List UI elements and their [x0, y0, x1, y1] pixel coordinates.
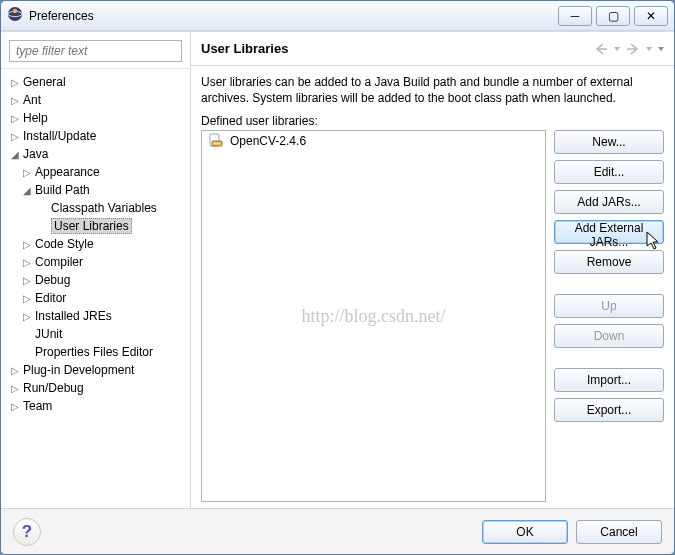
- tree-item-user-libraries[interactable]: User Libraries: [7, 217, 190, 235]
- add-external-jars-button[interactable]: Add External JARs...: [554, 220, 664, 244]
- expand-icon[interactable]: ▷: [21, 311, 33, 322]
- import-button[interactable]: Import...: [554, 368, 664, 392]
- page-title: User Libraries: [201, 41, 594, 56]
- tree-item-general[interactable]: ▷General: [7, 73, 190, 91]
- edit-button[interactable]: Edit...: [554, 160, 664, 184]
- export-button[interactable]: Export...: [554, 398, 664, 422]
- expand-icon[interactable]: ▷: [9, 131, 21, 142]
- tree-item-java-installed-jres[interactable]: ▷Installed JREs: [7, 307, 190, 325]
- expand-icon[interactable]: ▷: [21, 293, 33, 304]
- tree-item-java-propfiles[interactable]: Properties Files Editor: [7, 343, 190, 361]
- preferences-tree[interactable]: ▷General ▷Ant ▷Help ▷Install/Update ◢Jav…: [1, 69, 190, 508]
- defined-libraries-list[interactable]: OpenCV-2.4.6 http://blog.csdn.net/: [201, 130, 546, 502]
- expand-icon[interactable]: ▷: [9, 95, 21, 106]
- expand-icon[interactable]: ▷: [9, 113, 21, 124]
- expand-icon[interactable]: ▷: [21, 239, 33, 250]
- view-menu-icon[interactable]: [658, 43, 664, 55]
- expand-icon[interactable]: ▷: [21, 257, 33, 268]
- tree-item-java-appearance[interactable]: ▷Appearance: [7, 163, 190, 181]
- page-description: User libraries can be added to a Java Bu…: [201, 74, 664, 106]
- tree-item-java-compiler[interactable]: ▷Compiler: [7, 253, 190, 271]
- minimize-button[interactable]: ─: [558, 6, 592, 26]
- down-button[interactable]: Down: [554, 324, 664, 348]
- tree-item-java-debug[interactable]: ▷Debug: [7, 271, 190, 289]
- main-panel: User Libraries User libraries can be add…: [191, 32, 674, 508]
- expand-icon[interactable]: ▷: [9, 77, 21, 88]
- add-jars-button[interactable]: Add JARs...: [554, 190, 664, 214]
- expand-icon[interactable]: ▷: [21, 167, 33, 178]
- library-icon: [208, 132, 224, 151]
- watermark-text: http://blog.csdn.net/: [302, 306, 446, 327]
- tree-item-plugin-dev[interactable]: ▷Plug-in Development: [7, 361, 190, 379]
- expand-icon[interactable]: ▷: [9, 365, 21, 376]
- filter-input[interactable]: [9, 40, 182, 62]
- list-item-label: OpenCV-2.4.6: [230, 134, 306, 148]
- tree-item-java-junit[interactable]: JUnit: [7, 325, 190, 343]
- tree-item-classpath-variables[interactable]: Classpath Variables: [7, 199, 190, 217]
- preferences-tree-panel: ▷General ▷Ant ▷Help ▷Install/Update ◢Jav…: [1, 32, 191, 508]
- maximize-button[interactable]: ▢: [596, 6, 630, 26]
- tree-item-ant[interactable]: ▷Ant: [7, 91, 190, 109]
- tree-item-run-debug[interactable]: ▷Run/Debug: [7, 379, 190, 397]
- tree-item-java-editor[interactable]: ▷Editor: [7, 289, 190, 307]
- svg-point-2: [13, 9, 17, 13]
- remove-button[interactable]: Remove: [554, 250, 664, 274]
- title-bar: Preferences ─ ▢ ✕: [1, 1, 674, 31]
- help-button[interactable]: ?: [13, 518, 41, 546]
- close-button[interactable]: ✕: [634, 6, 668, 26]
- expand-icon[interactable]: ▷: [9, 383, 21, 394]
- collapse-icon[interactable]: ◢: [21, 185, 33, 196]
- up-button[interactable]: Up: [554, 294, 664, 318]
- ok-button[interactable]: OK: [482, 520, 568, 544]
- list-item[interactable]: OpenCV-2.4.6: [202, 131, 545, 151]
- svg-rect-5: [213, 142, 221, 144]
- new-button[interactable]: New...: [554, 130, 664, 154]
- expand-icon[interactable]: ▷: [21, 275, 33, 286]
- back-icon[interactable]: [594, 43, 608, 55]
- tree-item-team[interactable]: ▷Team: [7, 397, 190, 415]
- forward-icon[interactable]: [626, 43, 640, 55]
- expand-icon[interactable]: ▷: [9, 401, 21, 412]
- app-icon: [7, 6, 23, 25]
- defined-libraries-label: Defined user libraries:: [201, 114, 664, 128]
- dialog-footer: ? OK Cancel: [1, 508, 674, 554]
- dropdown-icon[interactable]: [646, 43, 652, 55]
- tree-item-java[interactable]: ◢Java: [7, 145, 190, 163]
- tree-item-java-buildpath[interactable]: ◢Build Path: [7, 181, 190, 199]
- tree-item-install-update[interactable]: ▷Install/Update: [7, 127, 190, 145]
- window-title: Preferences: [29, 9, 558, 23]
- tree-item-help[interactable]: ▷Help: [7, 109, 190, 127]
- tree-item-java-codestyle[interactable]: ▷Code Style: [7, 235, 190, 253]
- collapse-icon[interactable]: ◢: [9, 149, 21, 160]
- cancel-button[interactable]: Cancel: [576, 520, 662, 544]
- dropdown-icon[interactable]: [614, 43, 620, 55]
- help-icon: ?: [22, 522, 32, 542]
